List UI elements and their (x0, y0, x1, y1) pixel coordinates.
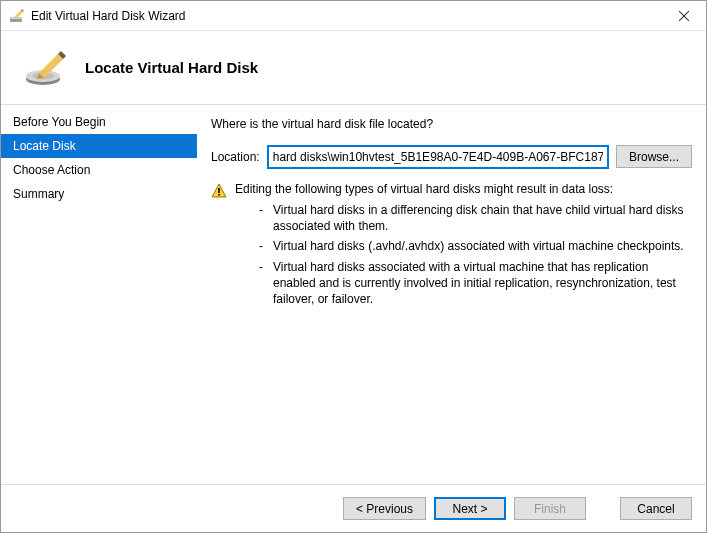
location-prompt: Where is the virtual hard disk file loca… (211, 117, 692, 131)
wizard-header: Locate Virtual Hard Disk (1, 31, 706, 104)
window-title: Edit Virtual Hard Disk Wizard (31, 9, 662, 23)
close-button[interactable] (662, 1, 706, 31)
finish-button: Finish (514, 497, 586, 520)
page-title: Locate Virtual Hard Disk (85, 59, 258, 76)
titlebar: Edit Virtual Hard Disk Wizard (1, 1, 706, 31)
warning-icon (211, 183, 227, 199)
warning-item: Virtual hard disks (.avhd/.avhdx) associ… (259, 236, 692, 256)
step-choose-action[interactable]: Choose Action (1, 158, 197, 182)
svg-rect-14 (218, 194, 220, 196)
step-summary[interactable]: Summary (1, 182, 197, 206)
wizard-body: Before You Begin Locate Disk Choose Acti… (1, 104, 706, 484)
warning-item: Virtual hard disks associated with a vir… (259, 257, 692, 310)
svg-rect-13 (218, 188, 220, 193)
wizard-footer: < Previous Next > Finish Cancel (1, 484, 706, 532)
step-locate-disk[interactable]: Locate Disk (1, 134, 197, 158)
warning-item: Virtual hard disks in a differencing dis… (259, 200, 692, 236)
pencil-disk-large-icon (25, 49, 67, 87)
previous-button[interactable]: < Previous (343, 497, 426, 520)
warning-block: Editing the following types of virtual h… (211, 182, 692, 309)
location-label: Location: (211, 150, 260, 164)
warning-list: Virtual hard disks in a differencing dis… (259, 200, 692, 309)
close-icon (679, 11, 689, 21)
next-button[interactable]: Next > (434, 497, 506, 520)
pencil-disk-icon (9, 8, 25, 24)
step-before-you-begin[interactable]: Before You Begin (1, 110, 197, 134)
location-input[interactable] (268, 146, 608, 168)
location-row: Location: Browse... (211, 145, 692, 168)
wizard-steps-sidebar: Before You Begin Locate Disk Choose Acti… (1, 105, 197, 484)
warning-lead-text: Editing the following types of virtual h… (235, 182, 692, 196)
browse-button[interactable]: Browse... (616, 145, 692, 168)
cancel-button[interactable]: Cancel (620, 497, 692, 520)
wizard-main-panel: Where is the virtual hard disk file loca… (197, 105, 706, 484)
